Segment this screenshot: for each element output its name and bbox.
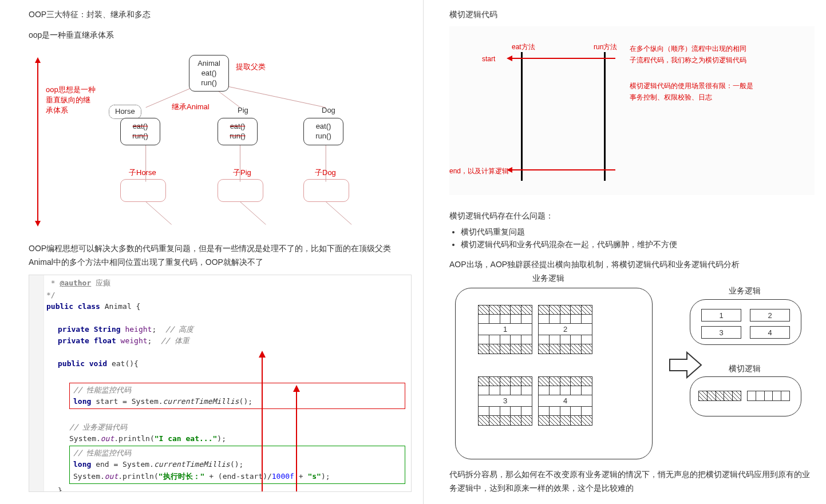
vertical-arrow-icon bbox=[37, 62, 38, 222]
oop-diagram: oop思想是一种垂直纵向的继承体系 Animal eat() run() bbox=[29, 50, 412, 228]
horse-node: eat() run() bbox=[120, 118, 160, 145]
cross-diagram: eat方法 run方法 start end，以及计算逻辑 在多个纵向（顺序）流程… bbox=[449, 26, 815, 195]
pig-node: eat() run() bbox=[218, 118, 258, 145]
horse-label: Horse bbox=[109, 105, 141, 119]
biz-title-right: 业务逻辑 bbox=[729, 286, 761, 296]
block-4: 4 bbox=[538, 376, 592, 426]
extract-parent-label: 提取父类 bbox=[236, 62, 266, 72]
small-3: 3 bbox=[701, 326, 741, 339]
start-label: start bbox=[482, 55, 495, 63]
svg-line-8 bbox=[326, 201, 351, 224]
perf-box-2: // 性能监控代码 long end = System.currentTimeM… bbox=[69, 446, 405, 483]
sub-dog-node bbox=[303, 179, 349, 202]
inherit-animal-label: 继承Animal bbox=[172, 102, 210, 112]
problem-title: 横切逻辑代码存在什么问题： bbox=[449, 209, 815, 222]
plain-strip bbox=[747, 391, 790, 401]
animal-node: Animal eat() run() bbox=[189, 55, 229, 92]
block-2: 2 bbox=[538, 305, 592, 354]
cross-note-2: 横切逻辑代码的使用场景很有限：一般是事务控制、权限校验、日志 bbox=[630, 81, 756, 102]
pig-label: Pig bbox=[238, 106, 248, 114]
hatch-strip bbox=[698, 391, 741, 401]
run-label: run方法 bbox=[594, 42, 617, 52]
block-3: 3 bbox=[478, 376, 532, 426]
cross-note-1: 在多个纵向（顺序）流程中出现的相同子流程代码，我们称之为横切逻辑代码 bbox=[630, 43, 750, 65]
cross-title: 横切逻辑代码 bbox=[449, 8, 815, 21]
oop-vertical: oop是一种垂直继承体系 bbox=[29, 29, 412, 41]
svg-line-6 bbox=[146, 201, 172, 224]
code-gutter bbox=[29, 275, 44, 491]
end-label: end，以及计算逻辑 bbox=[449, 166, 509, 176]
footer-text: 代码拆分容易，那么如何在不改变原有业务逻辑的情况下，悄无声息的把横切逻辑代码应用… bbox=[449, 468, 815, 495]
problem-list: 横切代码重复问题 横切逻辑代码和业务代码混杂在一起，代码臃肿，维护不方便 bbox=[461, 227, 815, 250]
oop-paragraph: OOP编程思想可以解决大多数的代码重复问题，但是有一些情况是处理不了的，比如下面… bbox=[29, 242, 412, 269]
eat-label: eat方法 bbox=[512, 42, 535, 52]
block-1: 1 bbox=[478, 305, 532, 354]
big-arrow-icon bbox=[667, 348, 704, 382]
sub-horse-label: 子Horse bbox=[129, 168, 156, 178]
list-item: 横切代码重复问题 bbox=[461, 227, 815, 237]
sub-horse-node bbox=[120, 179, 166, 202]
cross-title-right: 横切逻辑 bbox=[729, 364, 761, 374]
sub-pig-label: 子Pig bbox=[233, 168, 251, 178]
small-1: 1 bbox=[701, 309, 741, 322]
code-block: * @author 应癫 */ public class Animal { pr… bbox=[29, 275, 412, 492]
aop-intro: AOP出场，AOP独辟蹊径提出横向抽取机制，将横切逻辑代码和业务逻辑代码分析 bbox=[449, 258, 815, 271]
oop-sidenote: oop思想是一种垂直纵向的继承体系 bbox=[46, 85, 97, 116]
aop-diagram: 业务逻辑 1 2 3 bbox=[449, 273, 815, 462]
sub-dog-label: 子Dog bbox=[315, 168, 336, 178]
biz-title-left: 业务逻辑 bbox=[532, 273, 564, 284]
dog-node: eat() run() bbox=[303, 118, 343, 145]
dog-label: Dog bbox=[322, 106, 335, 114]
list-item: 横切逻辑代码和业务代码混杂在一起，代码臃肿，维护不方便 bbox=[461, 240, 815, 250]
oop-traits: OOP三大特征：封装、继承和多态 bbox=[29, 8, 412, 21]
small-4: 4 bbox=[750, 326, 790, 339]
small-2: 2 bbox=[750, 309, 790, 322]
sub-pig-node bbox=[218, 179, 263, 202]
svg-line-7 bbox=[240, 201, 266, 224]
perf-box-1: // 性能监控代码 long start = System.currentTim… bbox=[69, 383, 405, 409]
